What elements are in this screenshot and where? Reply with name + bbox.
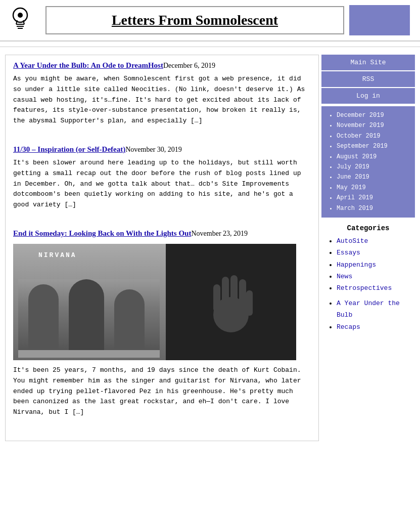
archive-august-2019-link[interactable]: August 2019: [337, 153, 377, 160]
archive-july-2019[interactable]: July 2019: [337, 162, 409, 172]
archive-december-2019[interactable]: December 2019: [337, 110, 409, 120]
article-3-title-link[interactable]: End it Someday: Looking Back on With the…: [13, 229, 191, 237]
archive-august-2019[interactable]: August 2019: [337, 152, 409, 162]
article-2-excerpt: It's been slower around here leading up …: [13, 158, 311, 210]
article-3-excerpt: It's been 25 years, 7 months, and 19 day…: [13, 365, 311, 418]
archive-october-2019-link[interactable]: October 2019: [337, 133, 380, 140]
band-photo: [18, 279, 160, 350]
category-essays-link[interactable]: Essays: [337, 249, 360, 256]
svg-point-6: [18, 13, 23, 18]
main-content: A Year Under the Bulb: An Ode to DreamHo…: [5, 55, 319, 441]
category-retrospectives-link[interactable]: Retrospectives: [337, 284, 392, 292]
category-autosite[interactable]: AutoSite: [337, 235, 409, 247]
archive-june-2019[interactable]: June 2019: [337, 172, 409, 182]
category-happenings[interactable]: Happenings: [337, 259, 409, 271]
login-button[interactable]: Log in: [321, 88, 415, 104]
main-site-button[interactable]: Main Site: [321, 55, 415, 70]
bulb-icon: [10, 5, 30, 33]
category-essays[interactable]: Essays: [337, 247, 409, 259]
category-happenings-link[interactable]: Happenings: [337, 261, 376, 269]
sidebar: Main Site RSS Log in December 2019 Novem…: [321, 55, 415, 441]
archive-april-2019-link[interactable]: April 2019: [337, 194, 373, 201]
figure-2: [69, 279, 104, 350]
svg-rect-10: [230, 275, 238, 308]
subcategory-year-under-bulb[interactable]: A Year Under the Bulb: [337, 297, 409, 321]
archive-december-2019-link[interactable]: December 2019: [337, 112, 384, 119]
article-2-title-link[interactable]: 11/30 – Inspiration (or Self-Defeat): [13, 145, 125, 153]
article-3-image: NIRVANA: [13, 244, 311, 360]
archive-april-2019[interactable]: April 2019: [337, 193, 409, 203]
svg-rect-11: [239, 279, 246, 310]
archive-october-2019[interactable]: October 2019: [337, 131, 409, 141]
article-2: 11/30 – Inspiration (or Self-Defeat)Nove…: [13, 144, 311, 216]
archive-may-2019-link[interactable]: May 2019: [337, 184, 366, 191]
article-1-excerpt: As you might be aware, when Somnolescent…: [13, 74, 311, 126]
book-right: [166, 244, 296, 360]
subcategory-recaps-link[interactable]: Recaps: [337, 323, 360, 331]
article-1: A Year Under the Bulb: An Ode to DreamHo…: [13, 60, 311, 132]
handprint-svg: [203, 269, 259, 335]
categories-title: Categories: [328, 224, 409, 232]
page-header: Letters From Somnolescent: [0, 0, 420, 41]
article-2-date: November 30, 2019: [125, 146, 182, 153]
book-left: NIRVANA: [13, 244, 169, 360]
archive-list: December 2019 November 2019 October 2019…: [328, 110, 409, 213]
archive-november-2019-link[interactable]: November 2019: [337, 122, 384, 129]
article-1-title-link[interactable]: A Year Under the Bulb: An Ode to DreamHo…: [13, 61, 163, 69]
sub-categories-list: A Year Under the Bulb Recaps: [328, 297, 409, 333]
category-retrospectives[interactable]: Retrospectives: [337, 282, 409, 294]
site-title: Letters From Somnolescent: [112, 12, 278, 28]
archive-section: December 2019 November 2019 October 2019…: [321, 106, 415, 218]
figure-1: [28, 284, 59, 350]
categories-section: Categories AutoSite Essays Happenings Ne…: [321, 220, 415, 337]
book-spine: [18, 350, 160, 358]
archive-september-2019-link[interactable]: September 2019: [337, 143, 388, 150]
subcategory-recaps[interactable]: Recaps: [337, 321, 409, 333]
svg-rect-9: [222, 277, 229, 310]
archive-may-2019[interactable]: May 2019: [337, 183, 409, 193]
figure-3: [114, 289, 145, 350]
header-accent-bar: [349, 5, 410, 35]
page-layout: A Year Under the Bulb: An Ode to DreamHo…: [0, 55, 420, 441]
archive-september-2019[interactable]: September 2019: [337, 141, 409, 151]
category-news[interactable]: News: [337, 271, 409, 282]
article-3-title-line: End it Someday: Looking Back on With the…: [13, 228, 311, 239]
categories-list: AutoSite Essays Happenings News Retrospe…: [328, 235, 409, 294]
article-1-title-line: A Year Under the Bulb: An Ode to DreamHo…: [13, 60, 311, 71]
rss-button[interactable]: RSS: [321, 71, 415, 87]
article-2-title-line: 11/30 – Inspiration (or Self-Defeat)Nove…: [13, 144, 311, 155]
site-title-container: Letters From Somnolescent: [45, 6, 344, 34]
nirvana-image-placeholder: NIRVANA: [13, 244, 296, 360]
archive-march-2019-link[interactable]: March 2019: [337, 205, 373, 212]
header-divider: [0, 47, 420, 47]
article-3-date: November 23, 2019: [191, 230, 248, 237]
category-autosite-link[interactable]: AutoSite: [337, 237, 368, 245]
site-logo: [10, 5, 35, 35]
subcategory-year-under-bulb-link[interactable]: A Year Under the Bulb: [337, 299, 400, 319]
archive-november-2019[interactable]: November 2019: [337, 120, 409, 131]
category-news-link[interactable]: News: [337, 273, 352, 280]
archive-march-2019[interactable]: March 2019: [337, 203, 409, 213]
article-1-date: December 6, 2019: [163, 62, 215, 69]
svg-rect-12: [246, 290, 253, 316]
svg-rect-8: [213, 284, 220, 312]
archive-july-2019-link[interactable]: July 2019: [337, 163, 369, 170]
nirvana-label: NIRVANA: [38, 251, 77, 259]
article-3: End it Someday: Looking Back on With the…: [13, 228, 311, 423]
archive-june-2019-link[interactable]: June 2019: [337, 174, 369, 181]
